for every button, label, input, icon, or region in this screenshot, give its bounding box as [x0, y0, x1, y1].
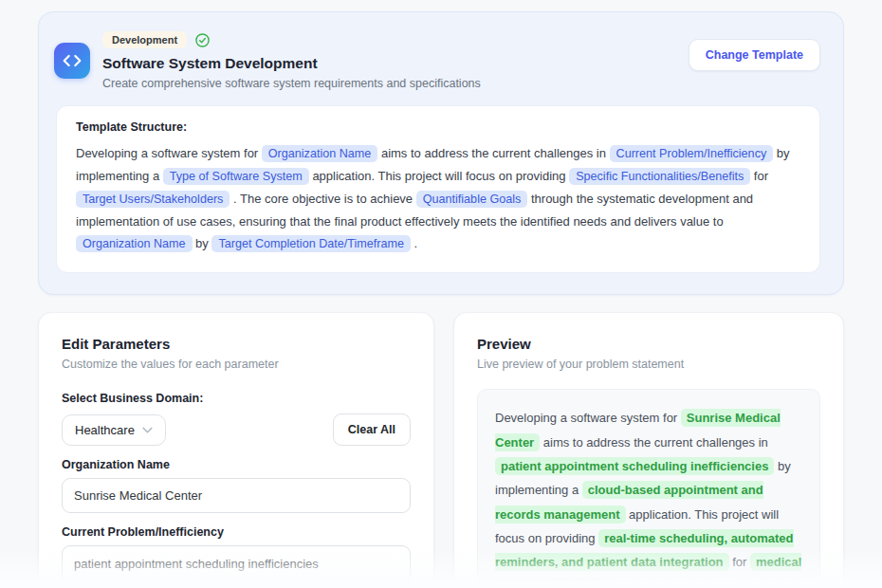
template-card-header: Development Software System Development … — [54, 31, 820, 90]
category-badge: Development — [102, 31, 187, 48]
clear-all-button[interactable]: Clear All — [333, 413, 411, 446]
preview-subtitle: Live preview of your problem statement — [477, 358, 820, 371]
template-placeholder-chip: Target Users/Stakeholders — [76, 191, 230, 208]
template-structure-label: Template Structure: — [76, 120, 800, 134]
template-structure-text: Developing a software system for Organiz… — [76, 142, 800, 255]
business-domain-value: Healthcare — [75, 423, 135, 437]
template-placeholder-chip: Target Completion Date/Timeframe — [211, 235, 411, 252]
edit-parameters-panel: Edit Parameters Customize the values for… — [38, 312, 434, 588]
code-brackets-icon — [54, 43, 90, 79]
parameter-field: Current Problem/Inefficiency — [62, 525, 411, 588]
template-title: Software System Development — [102, 55, 689, 72]
preview-value-highlight: patient appointment scheduling inefficie… — [495, 457, 774, 475]
template-subtitle: Create comprehensive software system req… — [102, 77, 689, 90]
template-placeholder-chip: Quantifiable Goals — [416, 191, 528, 208]
template-placeholder-chip: Organization Name — [76, 235, 193, 252]
preview-text: Developing a software system for Sunrise… — [477, 389, 820, 588]
preview-value-highlight: cloud-based appointment and records mana… — [495, 481, 763, 523]
preview-panel: Preview Live preview of your problem sta… — [453, 312, 844, 588]
page: Development Software System Development … — [0, 0, 882, 588]
parameter-field-label: Organization Name — [62, 458, 411, 471]
change-template-button[interactable]: Change Template — [689, 39, 820, 71]
fields: Organization NameCurrent Problem/Ineffic… — [62, 458, 411, 588]
preview-value-highlight: real-time scheduling, automated reminder… — [495, 529, 794, 571]
parameter-input-organization-name[interactable] — [62, 478, 411, 513]
template-placeholder-chip: Organization Name — [262, 145, 378, 162]
edit-parameters-subtitle: Customize the values for each parameter — [62, 358, 411, 371]
template-placeholder-chip: Current Problem/Inefficiency — [610, 145, 774, 162]
template-placeholder-chip: Specific Functionalities/Benefits — [569, 168, 750, 185]
template-structure-card: Template Structure: Developing a softwar… — [56, 105, 820, 273]
template-placeholder-chip: Type of Software System — [163, 168, 309, 185]
template-card-heading: Development Software System Development … — [102, 31, 689, 90]
preview-value-highlight: Sunrise Medical Center — [495, 409, 781, 450]
business-domain-label: Select Business Domain: — [62, 392, 411, 405]
parameter-field-label: Current Problem/Inefficiency — [62, 525, 411, 539]
domain-row: Healthcare Clear All — [62, 413, 411, 446]
parameter-input-current-problem-inefficiency[interactable] — [62, 545, 411, 588]
parameter-field: Organization Name — [62, 458, 411, 513]
template-card: Development Software System Development … — [38, 11, 844, 295]
business-domain-select[interactable]: Healthcare — [62, 414, 166, 446]
preview-title: Preview — [477, 336, 820, 352]
edit-parameters-title: Edit Parameters — [62, 336, 411, 352]
bottom-row: Edit Parameters Customize the values for… — [38, 312, 844, 588]
chevron-down-icon — [142, 425, 153, 435]
check-circle-icon — [195, 33, 210, 47]
